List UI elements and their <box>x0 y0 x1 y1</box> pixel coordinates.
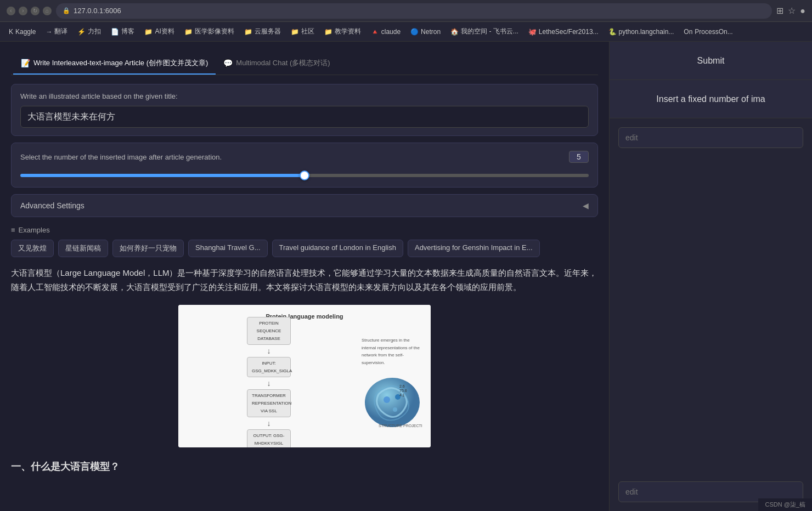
bookmarks-bar: K Kaggle → 翻译 ⚡ 力扣 📄 博客 📁 AI资料 📁 医学影像资料 … <box>0 22 812 42</box>
ai-icon: 📁 <box>144 28 153 36</box>
protein-output-box: OUTPUT: GSG-MHDKKYSIGL <box>247 429 291 447</box>
refresh-button[interactable]: ↻ <box>31 7 40 15</box>
submit-button[interactable]: Submit <box>610 42 812 80</box>
cloud-icon: 📁 <box>244 28 252 36</box>
write-tab-icon: 📝 <box>21 59 30 67</box>
svg-text:4.1: 4.1 <box>399 393 405 397</box>
title-input-label: Write an illustrated article based on th… <box>20 92 589 100</box>
title-input[interactable] <box>20 106 589 128</box>
browser-actions: ⊞ ☆ ● <box>776 5 805 16</box>
edit-input-1[interactable] <box>618 127 803 148</box>
address-bar[interactable]: 🔒 127.0.0.1:6006 <box>56 3 772 19</box>
claude-icon: 🔺 <box>371 28 379 36</box>
article-heading-1: 一、什么是大语言模型？ <box>11 458 598 475</box>
example-chip-shanghai[interactable]: Shanghai Travel G... <box>188 240 268 257</box>
insert-label: Insert a fixed number of ima <box>656 94 765 104</box>
svg-point-1 <box>384 396 390 403</box>
bookmark-label: Netron <box>421 28 441 36</box>
arrow3: ↓ <box>267 419 271 427</box>
bookmark-github[interactable]: 🐙 LetheSec/Fer2013... <box>524 26 603 38</box>
svg-text:2.6: 2.6 <box>399 384 405 388</box>
slider-container <box>20 169 589 179</box>
teaching-icon: 📁 <box>324 28 332 36</box>
svg-text:STRUCTURE PROJECTION: STRUCTURE PROJECTION <box>379 424 422 428</box>
bookmark-netron[interactable]: 🔵 Netron <box>406 26 445 38</box>
url-text: 127.0.0.1:6006 <box>74 7 121 15</box>
protein-left: PROTEINSEQUENCE DATABASE ↓ INPUT: GSG_MD… <box>184 317 354 447</box>
slider-header: Select the number of the inserted image … <box>20 151 589 163</box>
translate-icon[interactable]: ⊞ <box>776 5 783 16</box>
example-chip-dunhuang[interactable]: 又见敦煌 <box>11 240 54 257</box>
right-panel-top: Submit Insert a fixed number of ima <box>610 42 812 118</box>
tab-write[interactable]: 📝 Write Interleaved-text-image Article (… <box>13 53 216 75</box>
browser-controls: ‹ › ↻ ⌂ <box>7 7 52 15</box>
bookmark-langchain[interactable]: 🐍 python.langchain... <box>604 26 679 38</box>
github-icon: 🐙 <box>528 28 537 36</box>
insert-button[interactable]: Insert a fixed number of ima <box>610 80 812 118</box>
bookmark-label: LetheSec/Fer2013... <box>539 28 599 36</box>
example-chip-pet[interactable]: 如何养好一只宠物 <box>112 240 184 257</box>
bookmark-label: 社区 <box>301 27 314 36</box>
bookmark-label: AI资料 <box>155 27 174 36</box>
slider-label: Select the number of the inserted image … <box>20 153 222 161</box>
submit-label: Submit <box>697 56 725 66</box>
netron-icon: 🔵 <box>410 28 419 36</box>
community-icon: 📁 <box>291 28 299 36</box>
profile-icon[interactable]: ● <box>800 6 805 16</box>
protein-3d-svg: 2.6 75.6 4.1 STRUCTURE PROJECTION <box>362 372 422 433</box>
protein-transformer-box: TRANSFORMERREPRESENTATIONVIA SSL <box>247 389 291 417</box>
forward-button[interactable]: › <box>19 7 27 15</box>
bookmark-leetcode[interactable]: ⚡ 力扣 <box>73 25 105 38</box>
example-chip-genshin[interactable]: Advertising for Genshin Impact in E... <box>408 240 540 257</box>
protein-db-box: PROTEINSEQUENCE DATABASE <box>247 317 291 345</box>
chat-tab-icon: 💬 <box>223 59 233 67</box>
bookmark-processon[interactable]: On ProcessOn... <box>679 26 737 38</box>
right-edit-section <box>610 118 812 511</box>
medical-icon: 📁 <box>184 28 193 36</box>
bookmark-cloud[interactable]: 📁 云服务器 <box>240 25 285 38</box>
bookmark-translate[interactable]: → 翻译 <box>41 25 72 38</box>
article-paragraph-1: 大语言模型（Large Language Model，LLM）是一种基于深度学习… <box>11 266 598 294</box>
tab-chat[interactable]: 💬 Multimodal Chat (多模态对话) <box>216 53 337 75</box>
bookmark-feishu[interactable]: 🏠 我的空间 - 飞书云... <box>446 25 523 38</box>
right-panel: Submit Insert a fixed number of ima <box>609 42 812 511</box>
footer-text: CSDN @柒_槁 <box>765 501 805 508</box>
kaggle-icon: K <box>9 28 13 36</box>
bookmark-kaggle[interactable]: K Kaggle <box>4 26 40 38</box>
svg-point-3 <box>393 407 397 412</box>
bookmark-label: 云服务器 <box>255 27 281 36</box>
bookmark-teaching[interactable]: 📁 教学资料 <box>320 25 365 38</box>
chat-tab-label: Multimodal Chat (多模态对话) <box>236 58 330 68</box>
home-button[interactable]: ⌂ <box>43 7 52 15</box>
protein-input-box: INPUT: GSG_MDKK_SIGLA <box>247 357 291 377</box>
svg-text:75.6: 75.6 <box>399 389 407 393</box>
bookmark-claude[interactable]: 🔺 claude <box>366 26 405 38</box>
feishu-icon: 🏠 <box>450 28 459 36</box>
example-chip-starlink[interactable]: 星链新闻稿 <box>58 240 108 257</box>
browser-bar: ‹ › ↻ ⌂ 🔒 127.0.0.1:6006 ⊞ ☆ ● <box>0 0 812 22</box>
processon-icon: On <box>684 28 692 36</box>
image-count-slider[interactable] <box>20 174 589 177</box>
arrow2: ↓ <box>267 379 271 387</box>
leetcode-icon: ⚡ <box>77 28 86 36</box>
article-image: Protein language modeling PROTEINSEQUENC… <box>178 305 431 447</box>
bookmark-label: claude <box>381 28 401 36</box>
examples-label: Examples <box>19 226 50 234</box>
back-button[interactable]: ‹ <box>7 7 15 15</box>
bookmark-ai[interactable]: 📁 AI资料 <box>140 25 178 38</box>
bookmark-community[interactable]: 📁 社区 <box>286 25 319 38</box>
bookmark-blog[interactable]: 📄 博客 <box>106 25 139 38</box>
bookmark-label: Kaggle <box>15 28 36 36</box>
app-container: 📝 Write Interleaved-text-image Article (… <box>0 42 812 511</box>
examples-section: ≡ Examples 又见敦煌 星链新闻稿 如何养好一只宠物 Shanghai … <box>11 226 598 257</box>
example-chip-london[interactable]: Travel guidance of London in English <box>272 240 403 257</box>
advanced-settings-section[interactable]: Advanced Settings ◀ <box>11 194 598 217</box>
bookmark-medical[interactable]: 📁 医学影像资料 <box>180 25 239 38</box>
translate-bm-icon: → <box>46 28 52 36</box>
bookmark-icon[interactable]: ☆ <box>788 5 796 16</box>
bookmark-label: 医学影像资料 <box>195 27 234 36</box>
footer-bar: CSDN @柒_槁 <box>758 498 812 511</box>
advanced-settings-chevron: ◀ <box>583 201 589 210</box>
bookmark-label: 博客 <box>121 27 134 36</box>
article-content: 大语言模型（Large Language Model，LLM）是一种基于深度学习… <box>11 266 598 475</box>
